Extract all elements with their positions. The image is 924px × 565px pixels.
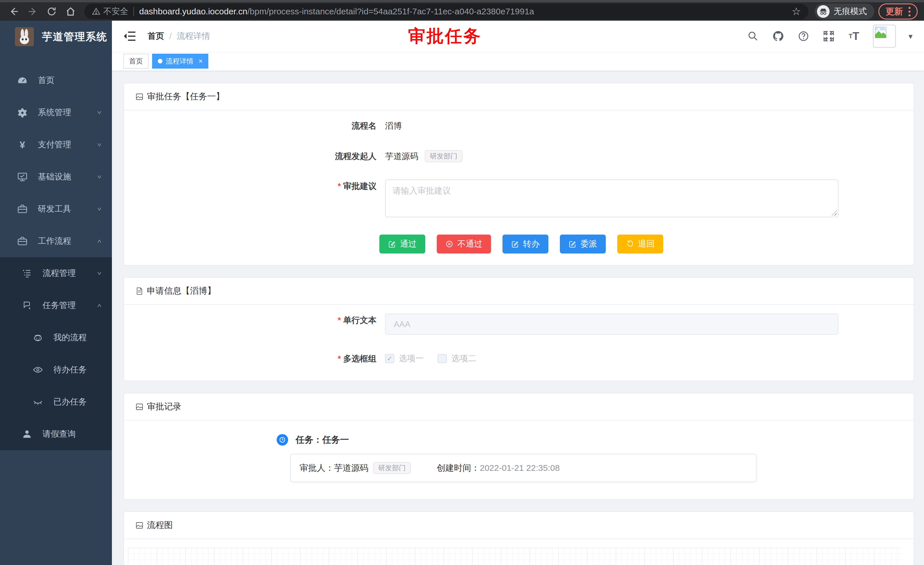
avatar-caret-icon[interactable]: ▾ — [909, 32, 912, 41]
required-mark: * — [338, 354, 341, 363]
navbar-actions: TT ▾ — [747, 25, 912, 48]
sidebar-item-label: 流程管理 — [42, 267, 97, 279]
required-mark: * — [338, 182, 341, 191]
sidebar-item-label: 我的流程 — [53, 332, 102, 343]
robot-face-icon — [32, 332, 44, 343]
sidebar-item-payment[interactable]: ¥ 支付管理 ˅ — [0, 129, 112, 161]
breadcrumb-separator: / — [169, 32, 172, 41]
sidebar-item-label: 待办任务 — [53, 364, 102, 376]
url-path: /bpm/process-instance/detail?id=54aa251f… — [248, 7, 534, 16]
advice-textarea[interactable] — [385, 179, 838, 217]
approve-button[interactable]: 通过 — [380, 234, 425, 254]
checkbox-label: 选项一 — [399, 353, 424, 364]
sidebar-item-workflow[interactable]: 工作流程 ˄ — [0, 225, 112, 257]
field-label: *单行文本 — [135, 314, 376, 327]
button-label: 委派 — [580, 238, 597, 250]
return-button[interactable]: 退回 — [617, 234, 663, 254]
checkbox-unchecked-icon — [438, 354, 447, 363]
refresh-left-icon — [626, 240, 634, 248]
card-body: 流程名 滔博 流程发起人 芋道源码 研发部门 *审批建议 — [124, 111, 914, 265]
page-content: 审批任务【任务一】 流程名 滔博 流程发起人 芋道源码 研发部门 — [112, 71, 924, 565]
reject-button[interactable]: 不通过 — [437, 234, 491, 254]
update-label: 更新 — [885, 6, 903, 18]
single-text-wrap — [385, 314, 838, 335]
single-text-input[interactable] — [385, 314, 838, 335]
logo-image — [15, 27, 34, 46]
field-label: 流程名 — [135, 119, 376, 132]
bpmn-canvas[interactable] — [128, 548, 902, 565]
workflow-submenu: 流程管理 ˅ 任务管理 ˄ 我的流程 — [0, 257, 112, 450]
warning-icon — [92, 7, 100, 16]
task-title: 任务：任务一 — [296, 434, 349, 446]
process-diagram-card: 流程图 — [123, 511, 914, 565]
sidebar-item-process-mgmt[interactable]: 流程管理 ˅ — [0, 257, 112, 289]
update-button[interactable]: 更新 — [878, 3, 918, 20]
sidebar-item-devtools[interactable]: 研发工具 ˅ — [0, 193, 112, 225]
font-size-icon[interactable]: TT — [848, 30, 860, 42]
forward-icon[interactable] — [25, 4, 40, 19]
chevron-up-icon: ˄ — [97, 302, 102, 309]
avatar[interactable] — [873, 25, 896, 48]
sidebar-item-done-tasks[interactable]: 已办任务 — [0, 386, 112, 418]
tag-home[interactable]: 首页 — [123, 54, 148, 69]
github-icon[interactable] — [772, 30, 784, 42]
sidebar-item-system[interactable]: 系统管理 ˅ — [0, 96, 112, 129]
sidebar-collapse-icon[interactable] — [123, 29, 137, 43]
edit-icon — [511, 240, 519, 248]
card-header: 审批记录 — [124, 393, 914, 421]
card-title: 流程图 — [147, 519, 173, 531]
incognito-label: 无痕模式 — [834, 6, 867, 17]
picture-icon — [135, 92, 144, 101]
sidebar-item-home[interactable]: 首页 — [0, 64, 112, 96]
url-bar[interactable]: 不安全 dashboard.yudao.iocoder.cn/bpm/proce… — [84, 4, 808, 19]
chrome-menu-icon[interactable] — [909, 7, 910, 17]
delegate-button[interactable]: 委派 — [560, 234, 606, 254]
sidebar-item-label: 支付管理 — [38, 139, 97, 150]
sidebar-item-label: 研发工具 — [38, 203, 97, 215]
sidebar-item-infra[interactable]: 基础设施 ˅ — [0, 161, 112, 193]
bookmark-star-icon[interactable]: ☆ — [792, 6, 801, 18]
record-detail-card: 审批人： 芋道源码 研发部门 创建时间： 2022-01-21 22:35:08 — [290, 454, 756, 482]
checkbox-option-2[interactable]: 选项二 — [438, 353, 476, 364]
transfer-button[interactable]: 转办 — [502, 234, 548, 254]
fullscreen-icon[interactable] — [822, 30, 835, 42]
sidebar-item-leave-query[interactable]: 请假查询 — [0, 418, 112, 450]
incognito-icon — [817, 5, 830, 18]
search-icon[interactable] — [747, 30, 759, 42]
tag-label: 首页 — [129, 57, 143, 66]
sidebar-item-my-process[interactable]: 我的流程 — [0, 322, 112, 354]
tag-process-detail[interactable]: 流程详情 × — [152, 54, 208, 69]
form-row-checkbox-group: *多选框组 选项一 选项二 — [135, 352, 902, 365]
breadcrumb-home[interactable]: 首页 — [147, 30, 164, 42]
initiator-value: 芋道源码 研发部门 — [385, 150, 463, 163]
home-icon[interactable] — [63, 4, 78, 19]
sidebar-item-todo-tasks[interactable]: 待办任务 — [0, 354, 112, 386]
chevron-up-icon: ˄ — [97, 238, 102, 245]
eye-closed-icon — [32, 396, 44, 408]
reload-icon[interactable] — [44, 4, 59, 19]
url-text[interactable]: dashboard.yudao.iocoder.cn/bpm/process-i… — [139, 7, 786, 17]
url-host: dashboard.yudao.iocoder.cn — [139, 7, 248, 16]
form-row-initiator: 流程发起人 芋道源码 研发部门 — [135, 150, 902, 163]
sidebar-item-label: 首页 — [38, 75, 102, 86]
create-time-value: 2022-01-21 22:35:08 — [480, 463, 560, 473]
chevron-down-icon: ˅ — [97, 109, 102, 116]
insecure-warning[interactable]: 不安全 — [92, 6, 128, 17]
button-label: 退回 — [638, 238, 654, 250]
sidebar: 芋道管理系统 首页 系统管理 ˅ ¥ 支付管理 ˅ — [0, 21, 112, 565]
person-icon — [21, 428, 33, 440]
card-title: 申请信息【滔博】 — [147, 285, 216, 297]
sidebar-item-task-mgmt[interactable]: 任务管理 ˄ — [0, 289, 112, 322]
help-icon[interactable] — [797, 30, 810, 42]
chevron-down-icon: ˅ — [97, 270, 102, 277]
checkbox-group: 选项一 选项二 — [385, 352, 476, 365]
broken-image-icon — [874, 26, 887, 39]
sidebar-menu: 首页 系统管理 ˅ ¥ 支付管理 ˅ 基础设施 ˅ — [0, 53, 112, 450]
logo-row[interactable]: 芋道管理系统 — [0, 21, 112, 53]
process-name-value: 滔博 — [385, 119, 402, 132]
assignee-name: 芋道源码 — [334, 462, 369, 474]
back-icon[interactable] — [6, 4, 21, 19]
close-icon[interactable]: × — [199, 57, 202, 65]
checkbox-option-1[interactable]: 选项一 — [385, 353, 424, 364]
form-row-advice: *审批建议 — [135, 179, 902, 218]
